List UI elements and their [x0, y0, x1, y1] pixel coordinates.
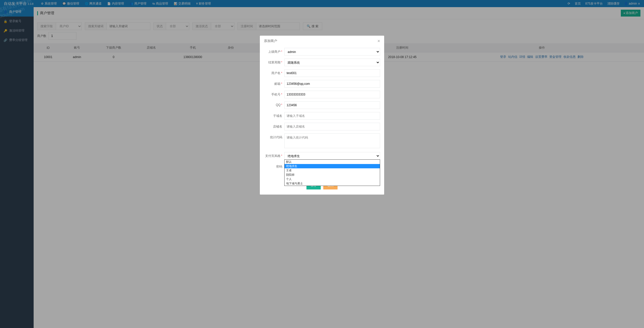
paystyle-option[interactable]: 王者: [285, 168, 380, 173]
username-input[interactable]: [284, 69, 380, 77]
modal-title: 添加商户: [264, 39, 277, 43]
modal-overlay: 添加商户 × 上级商户*admin 结算周期*跟随系统 用户名* 邮箱* 手机号…: [0, 0, 644, 328]
label-shopname: 店铺名: [273, 125, 282, 128]
label-password: 密码: [276, 165, 282, 168]
label-username: 用户名: [271, 71, 280, 75]
label-period: 结算周期: [268, 61, 280, 64]
paystyle-option[interactable]: 个人: [285, 177, 380, 181]
add-merchant-modal: 添加商户 × 上级商户*admin 结算周期*跟随系统 用户名* 邮箱* 手机号…: [260, 36, 384, 195]
label-paystyle: 支付页风格: [265, 154, 280, 158]
label-mobile: 手机号: [271, 93, 280, 96]
label-statcode: 统计代码: [270, 135, 282, 139]
shopname-input[interactable]: [284, 123, 380, 130]
subdomain-input[interactable]: [284, 112, 380, 120]
modal-close-button[interactable]: ×: [377, 39, 380, 43]
paystyle-option[interactable]: 地下城与勇士: [285, 181, 380, 186]
paystyle-option[interactable]: 默认: [285, 160, 380, 164]
parent-select[interactable]: admin: [284, 48, 380, 56]
label-subdomain: 子域名: [273, 114, 282, 118]
mobile-input[interactable]: [284, 91, 380, 98]
paystyle-option[interactable]: 绝地求生: [285, 164, 380, 168]
paystyle-select[interactable]: 绝地求生: [284, 152, 380, 160]
paystyle-dropdown: 默认 绝地求生 王者 阴阳师 个人 地下城与勇士: [284, 159, 380, 186]
paystyle-option[interactable]: 阴阳师: [285, 173, 380, 177]
label-parent: 上级商户: [268, 50, 280, 53]
email-input[interactable]: [284, 80, 380, 88]
statcode-textarea[interactable]: [284, 133, 380, 148]
period-select[interactable]: 跟随系统: [284, 59, 380, 66]
qq-input[interactable]: [284, 101, 380, 109]
label-qq: QQ: [276, 103, 281, 107]
label-email: 邮箱: [274, 82, 280, 86]
